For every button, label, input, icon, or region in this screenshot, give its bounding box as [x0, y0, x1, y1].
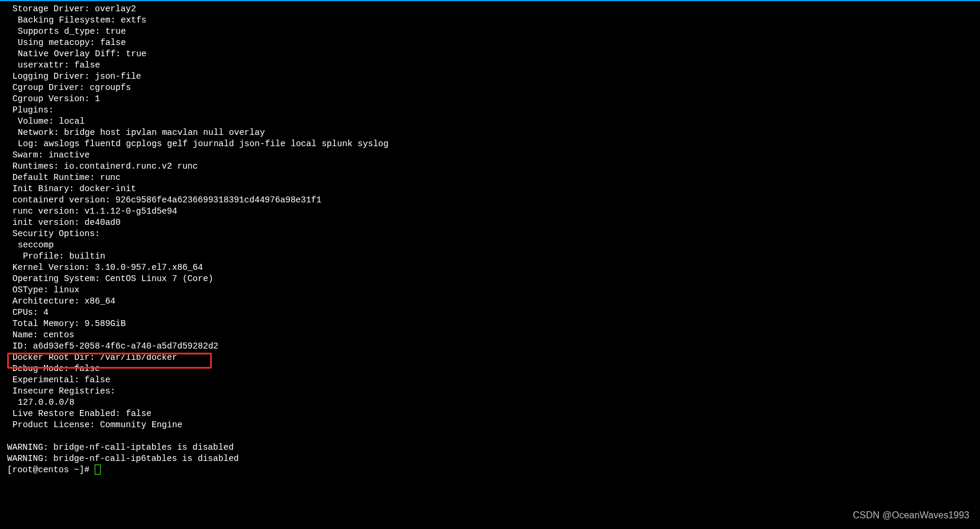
- terminal-line: Using metacopy: false: [7, 37, 975, 49]
- terminal-line: OSType: linux: [7, 285, 975, 296]
- terminal-line: Init Binary: docker-init: [7, 183, 975, 195]
- terminal-line: Kernel Version: 3.10.0-957.el7.x86_64: [7, 262, 975, 273]
- terminal-line: Profile: builtin: [7, 251, 975, 262]
- csdn-watermark: CSDN @OceanWaves1993: [853, 509, 969, 521]
- terminal-line: Native Overlay Diff: true: [7, 49, 975, 60]
- terminal-line: Runtimes: io.containerd.runc.v2 runc: [7, 161, 975, 172]
- terminal-line: Debug Mode: false: [7, 363, 975, 375]
- terminal-output[interactable]: Storage Driver: overlay2Backing Filesyst…: [7, 4, 975, 476]
- terminal-line: Cgroup Driver: cgroupfs: [7, 82, 975, 93]
- terminal-line: userxattr: false: [7, 60, 975, 71]
- shell-prompt-text: [root@centos ~]#: [7, 465, 95, 475]
- terminal-line: WARNING: bridge-nf-call-ip6tables is dis…: [7, 453, 975, 465]
- window-top-border: [0, 0, 980, 1]
- terminal-line: Network: bridge host ipvlan macvlan null…: [7, 127, 975, 138]
- terminal-line: Security Options:: [7, 228, 975, 240]
- terminal-line: Default Runtime: runc: [7, 172, 975, 183]
- terminal-line: CPUs: 4: [7, 307, 975, 318]
- terminal-line: Product License: Community Engine: [7, 420, 975, 431]
- terminal-line: Volume: local: [7, 116, 975, 127]
- terminal-line: Log: awslogs fluentd gcplogs gelf journa…: [7, 138, 975, 150]
- terminal-line: Architecture: x86_64: [7, 296, 975, 307]
- terminal-line: runc version: v1.1.12-0-g51d5e94: [7, 206, 975, 217]
- terminal-line: Cgroup Version: 1: [7, 93, 975, 105]
- terminal-line: init version: de40ad0: [7, 217, 975, 228]
- terminal-line: 127.0.0.0/8: [7, 397, 975, 408]
- terminal-line: [7, 431, 975, 442]
- terminal-line: Docker Root Dir: /var/lib/docker: [7, 352, 975, 363]
- terminal-line: Operating System: CentOS Linux 7 (Core): [7, 273, 975, 285]
- terminal-line: Supports d_type: true: [7, 26, 975, 37]
- terminal-line: Experimental: false: [7, 375, 975, 386]
- terminal-line: Total Memory: 9.589GiB: [7, 318, 975, 330]
- terminal-line: seccomp: [7, 240, 975, 251]
- cursor-icon: [95, 465, 101, 475]
- terminal-line: containerd version: 926c9586fe4a62366993…: [7, 195, 975, 206]
- terminal-line: Swarm: inactive: [7, 150, 975, 161]
- terminal-line: Insecure Registries:: [7, 386, 975, 397]
- terminal-line: Storage Driver: overlay2: [7, 4, 975, 15]
- terminal-line: Name: centos: [7, 330, 975, 341]
- terminal-line: Live Restore Enabled: false: [7, 408, 975, 420]
- terminal-line: Backing Filesystem: extfs: [7, 15, 975, 26]
- shell-prompt[interactable]: [root@centos ~]#: [7, 465, 975, 476]
- terminal-line: Logging Driver: json-file: [7, 71, 975, 82]
- terminal-line: WARNING: bridge-nf-call-iptables is disa…: [7, 442, 975, 453]
- terminal-line: ID: a6d93ef5-2058-4f6c-a740-a5d7d59282d2: [7, 341, 975, 352]
- terminal-line: Plugins:: [7, 105, 975, 116]
